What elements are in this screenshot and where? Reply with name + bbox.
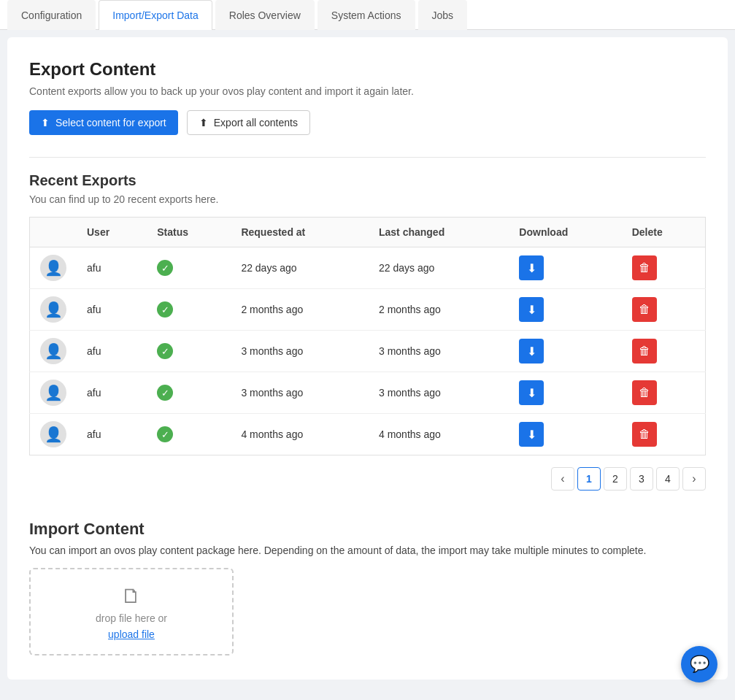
recent-exports-title: Recent Exports	[29, 172, 706, 189]
export-actions: ⬆ Select content for export ⬆ Export all…	[29, 110, 706, 135]
delete-button[interactable]: 🗑	[632, 380, 657, 405]
upload-file-link[interactable]: upload file	[108, 628, 155, 640]
delete-cell: 🗑	[622, 372, 706, 414]
last-changed-cell: 3 months ago	[369, 372, 509, 414]
table-row: 👤 afu ✓ 3 months ago 3 months ago ⬇ 🗑	[30, 372, 706, 414]
download-cell: ⬇	[509, 331, 621, 372]
status-cell: ✓	[147, 331, 231, 372]
table-row: 👤 afu ✓ 4 months ago 4 months ago ⬇ 🗑	[30, 414, 706, 455]
download-cell: ⬇	[509, 289, 621, 331]
th-user: User	[77, 218, 147, 247]
avatar: 👤	[40, 421, 66, 447]
requested-at-cell: 22 days ago	[231, 247, 369, 289]
user-cell: afu	[77, 247, 147, 289]
avatar-cell: 👤	[30, 372, 77, 414]
status-cell: ✓	[147, 372, 231, 414]
requested-at-cell: 3 months ago	[231, 331, 369, 372]
th-status: Status	[147, 218, 231, 247]
status-badge: ✓	[157, 385, 173, 401]
chat-icon: 💬	[690, 655, 709, 674]
delete-button[interactable]: 🗑	[632, 297, 657, 322]
pagination-next[interactable]: ›	[682, 467, 706, 491]
requested-at-cell: 3 months ago	[231, 372, 369, 414]
user-cell: afu	[77, 331, 147, 372]
tab-import-export[interactable]: Import/Export Data	[99, 0, 212, 30]
avatar: 👤	[40, 380, 66, 406]
status-cell: ✓	[147, 247, 231, 289]
delete-cell: 🗑	[622, 414, 706, 455]
delete-button[interactable]: 🗑	[632, 339, 657, 364]
delete-button[interactable]: 🗑	[632, 422, 657, 447]
avatar-cell: 👤	[30, 414, 77, 455]
import-section: Import Content You can import an ovos pl…	[29, 520, 706, 655]
status-cell: ✓	[147, 289, 231, 331]
pagination-page-3[interactable]: 3	[630, 467, 653, 491]
tab-system-actions[interactable]: System Actions	[318, 0, 415, 30]
drop-text: drop file here or	[96, 612, 167, 624]
delete-button[interactable]: 🗑	[632, 255, 657, 280]
pagination: ‹ 1 2 3 4 ›	[29, 467, 706, 491]
th-avatar	[30, 218, 77, 247]
file-drop-zone[interactable]: 🗋 drop file here or upload file	[29, 568, 234, 655]
upload-icon: ⬆	[41, 117, 50, 128]
th-download: Download	[509, 218, 621, 247]
avatar-cell: 👤	[30, 331, 77, 372]
pagination-page-2[interactable]: 2	[604, 467, 627, 491]
pagination-prev[interactable]: ‹	[551, 467, 574, 491]
tab-jobs[interactable]: Jobs	[418, 0, 468, 30]
status-badge: ✓	[157, 260, 173, 276]
file-icon: 🗋	[121, 584, 142, 608]
export-title: Export Content	[29, 59, 706, 80]
download-button[interactable]: ⬇	[519, 339, 544, 364]
table-header-row: User Status Requested at Last changed Do…	[30, 218, 706, 247]
tab-configuration[interactable]: Configuration	[7, 0, 96, 30]
export-all-icon: ⬆	[199, 117, 208, 128]
pagination-page-1[interactable]: 1	[577, 467, 601, 491]
user-cell: afu	[77, 289, 147, 331]
chat-bubble[interactable]: 💬	[681, 646, 717, 682]
divider	[29, 157, 706, 158]
avatar-cell: 👤	[30, 247, 77, 289]
avatar-cell: 👤	[30, 289, 77, 331]
avatar: 👤	[40, 338, 66, 364]
requested-at-cell: 4 months ago	[231, 414, 369, 455]
delete-cell: 🗑	[622, 331, 706, 372]
download-button[interactable]: ⬇	[519, 255, 544, 280]
table-row: 👤 afu ✓ 2 months ago 2 months ago ⬇ 🗑	[30, 289, 706, 331]
table-row: 👤 afu ✓ 3 months ago 3 months ago ⬇ 🗑	[30, 331, 706, 372]
user-cell: afu	[77, 414, 147, 455]
pagination-page-4[interactable]: 4	[656, 467, 680, 491]
import-description: You can import an ovos play content pack…	[29, 545, 706, 556]
download-cell: ⬇	[509, 372, 621, 414]
requested-at-cell: 2 months ago	[231, 289, 369, 331]
download-cell: ⬇	[509, 247, 621, 289]
download-cell: ⬇	[509, 414, 621, 455]
tab-roles-overview[interactable]: Roles Overview	[215, 0, 315, 30]
exports-table: User Status Requested at Last changed Do…	[29, 217, 706, 455]
recent-exports-description: You can find up to 20 recent exports her…	[29, 193, 706, 205]
avatar: 👤	[40, 296, 66, 323]
main-content: Export Content Content exports allow you…	[7, 37, 728, 680]
export-description: Content exports allow you to back up you…	[29, 85, 706, 97]
last-changed-cell: 3 months ago	[369, 331, 509, 372]
last-changed-cell: 4 months ago	[369, 414, 509, 455]
status-badge: ✓	[157, 426, 173, 442]
download-button[interactable]: ⬇	[519, 422, 544, 447]
import-title: Import Content	[29, 520, 706, 539]
delete-cell: 🗑	[622, 289, 706, 331]
download-button[interactable]: ⬇	[519, 380, 544, 405]
export-all-button[interactable]: ⬆ Export all contents	[187, 110, 310, 135]
last-changed-cell: 2 months ago	[369, 289, 509, 331]
th-delete: Delete	[622, 218, 706, 247]
delete-cell: 🗑	[622, 247, 706, 289]
tabs-bar: Configuration Import/Export Data Roles O…	[0, 0, 735, 30]
avatar: 👤	[40, 255, 66, 281]
status-badge: ✓	[157, 301, 173, 318]
th-requested-at: Requested at	[231, 218, 369, 247]
status-badge: ✓	[157, 343, 173, 359]
last-changed-cell: 22 days ago	[369, 247, 509, 289]
table-row: 👤 afu ✓ 22 days ago 22 days ago ⬇ 🗑	[30, 247, 706, 289]
user-cell: afu	[77, 372, 147, 414]
select-content-button[interactable]: ⬆ Select content for export	[29, 110, 178, 135]
download-button[interactable]: ⬇	[519, 297, 544, 322]
